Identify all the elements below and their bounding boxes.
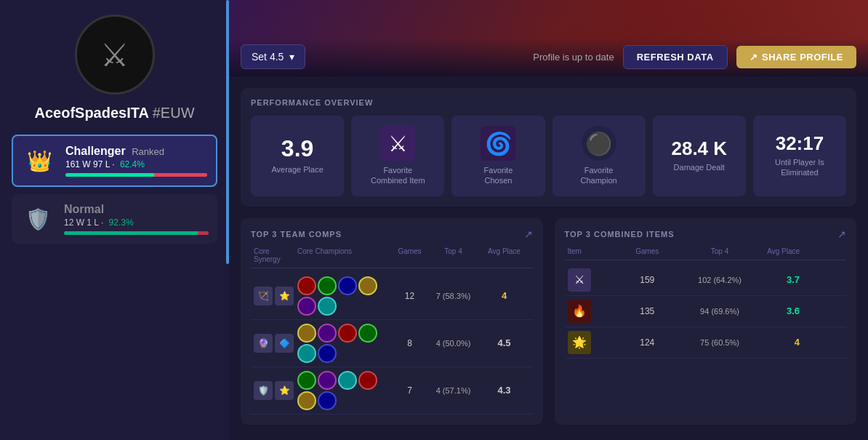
damage-value: 28.4 K <box>671 139 727 158</box>
normal-tier-row: Normal <box>64 203 209 216</box>
th-item-top4: Top 4 <box>698 247 742 255</box>
normal-winrate: 92.3% <box>109 217 134 228</box>
damage-label: Damage Dealt <box>674 162 725 172</box>
champ-icon <box>318 371 337 390</box>
champ-icon <box>358 276 377 295</box>
table-row: 🔮 🔷 8 4 (50.0%) 4.5 <box>251 320 533 367</box>
item-top4-3: 75 (60.5%) <box>698 338 742 347</box>
top4-row3: 4 (57.1%) <box>428 386 479 395</box>
ranked-winrate: 62.4% <box>120 159 145 169</box>
region-text: #EUW <box>153 105 195 121</box>
team-comps-title: TOP 3 TEAM COMPS <box>251 230 342 239</box>
champ-icon <box>318 344 337 363</box>
item-icon-2: 🔥 <box>568 300 591 323</box>
item-games-1: 159 <box>597 275 699 285</box>
fav-combined-item-icon: ⚔ <box>380 126 415 161</box>
ranked-type: Ranked <box>132 146 164 157</box>
champ-icon <box>318 324 337 343</box>
avg-place-row1: 4 <box>479 290 530 301</box>
synergy-hex-3a: 🛡️ <box>254 381 273 400</box>
chevron-down-icon: ▾ <box>289 51 294 63</box>
refresh-button[interactable]: REFRESH DATA <box>623 45 728 69</box>
champ-icon <box>297 371 316 390</box>
ranked-info: Challenger Ranked 161 W 97 L · 62.4% <box>65 145 207 177</box>
champ-row3 <box>297 371 392 410</box>
th-top4: Top 4 <box>428 247 479 263</box>
combined-items-section: TOP 3 COMBINED ITEMS ↗ Item Games Top 4 … <box>555 218 857 425</box>
challenger-icon: 👑 <box>22 143 57 178</box>
content-area: PERFORMANCE OVERVIEW 3.9 Average Place ⚔… <box>229 76 868 440</box>
synergy-row3: 🛡️ ⭐ <box>254 381 297 400</box>
item-top4-2: 94 (69.6%) <box>698 307 742 316</box>
time-label: Until Player IsEliminated <box>775 157 824 178</box>
ranked-tier: Challenger <box>65 145 126 157</box>
stat-fav-champion: ⚫ FavoriteChampion <box>552 116 646 196</box>
export-items-icon[interactable]: ↗ <box>837 228 846 240</box>
champ-icon <box>358 324 377 343</box>
games-row2: 8 <box>392 338 428 348</box>
top4-row1: 7 (58.3%) <box>428 292 479 300</box>
ranked-loss-bar <box>154 173 207 177</box>
fav-champion-label: FavoriteChampion <box>581 165 617 186</box>
hero-controls: Set 4.5 ▾ Profile is up to date REFRESH … <box>229 38 868 76</box>
combined-items-header: TOP 3 COMBINED ITEMS ↗ <box>565 228 847 240</box>
export-team-comps-icon[interactable]: ↗ <box>524 228 533 240</box>
normal-card[interactable]: 🛡️ Normal 12 W 1 L · 92.3% <box>12 194 217 244</box>
fav-champion-icon: ⚫ <box>582 126 616 161</box>
champ-icon <box>338 371 357 390</box>
items-col-headers: Item Games Top 4 Avg Place <box>565 247 847 260</box>
champ-icon <box>338 276 357 295</box>
ranked-card[interactable]: 👑 Challenger Ranked 161 W 97 L · 62.4% <box>12 135 217 187</box>
champ-icon <box>338 324 357 343</box>
champ-row2 <box>297 324 392 363</box>
normal-record: 12 W 1 L · 92.3% <box>64 217 209 228</box>
stat-damage: 28.4 K Damage Dealt <box>653 116 746 196</box>
item-avg-2: 3.6 <box>742 305 800 316</box>
stat-time: 32:17 Until Player IsEliminated <box>753 116 846 196</box>
synergy-hex-1a: 🏹 <box>254 287 273 305</box>
avatar: ⚔ <box>75 15 155 95</box>
synergy-row2: 🔮 🔷 <box>254 334 297 353</box>
item-avg-1: 3.7 <box>742 274 800 285</box>
ranked-losses: 97 L · <box>93 159 117 169</box>
synergy-hex-1b: ⭐ <box>275 287 294 305</box>
normal-info: Normal 12 W 1 L · 92.3% <box>64 203 209 235</box>
normal-win-bar <box>64 231 198 235</box>
fav-combined-item-label: FavoriteCombined Item <box>371 165 425 186</box>
ranked-tier-row: Challenger Ranked <box>65 145 207 158</box>
item-top4-1: 102 (64.2%) <box>698 276 742 284</box>
time-value: 32:17 <box>776 134 824 153</box>
hero-banner: Set 4.5 ▾ Profile is up to date REFRESH … <box>229 0 868 76</box>
username: AceofSpadesITA #EUW <box>34 105 194 121</box>
set-dropdown[interactable]: Set 4.5 ▾ <box>241 44 305 69</box>
synergy-row1: 🏹 ⭐ <box>254 287 297 305</box>
combined-items-title: TOP 3 COMBINED ITEMS <box>565 230 675 239</box>
champ-icon <box>297 344 316 363</box>
normal-tier: Normal <box>64 203 104 215</box>
share-button[interactable]: ↗ SHARE PROFILE <box>736 46 856 68</box>
profile-status: Profile is up to date <box>533 52 614 63</box>
avg-place-value: 3.9 <box>281 137 313 160</box>
champ-icon <box>297 297 316 316</box>
ranked-wins: 161 W <box>65 159 93 169</box>
fav-chosen-label: FavoriteChosen <box>484 165 513 186</box>
champ-icon <box>358 371 377 390</box>
synergy-hex-2b: 🔷 <box>275 334 294 353</box>
item-icon-1: ⚔ <box>568 268 591 292</box>
main-panel: Set 4.5 ▾ Profile is up to date REFRESH … <box>229 0 868 440</box>
th-avg-place: Avg Place <box>479 247 530 263</box>
ranked-win-bar <box>65 173 154 177</box>
username-text: AceofSpadesITA <box>34 105 148 121</box>
set-label: Set 4.5 <box>252 51 284 63</box>
avatar-icon: ⚔ <box>100 36 129 73</box>
sidebar: ⚔ AceofSpadesITA #EUW 👑 Challenger Ranke… <box>0 0 229 440</box>
champ-icon <box>318 276 337 295</box>
list-item: 🔥 135 94 (69.6%) 3.6 <box>565 296 847 327</box>
perf-title: PERFORMANCE OVERVIEW <box>251 98 846 107</box>
top4-row2: 4 (50.0%) <box>428 339 479 348</box>
item-games-2: 135 <box>597 306 699 316</box>
stats-row: 3.9 Average Place ⚔ FavoriteCombined Ite… <box>251 116 846 196</box>
th-item-games: Games <box>597 247 699 255</box>
performance-overview: PERFORMANCE OVERVIEW 3.9 Average Place ⚔… <box>241 88 856 207</box>
stat-fav-chosen: 🌀 FavoriteChosen <box>451 116 544 196</box>
